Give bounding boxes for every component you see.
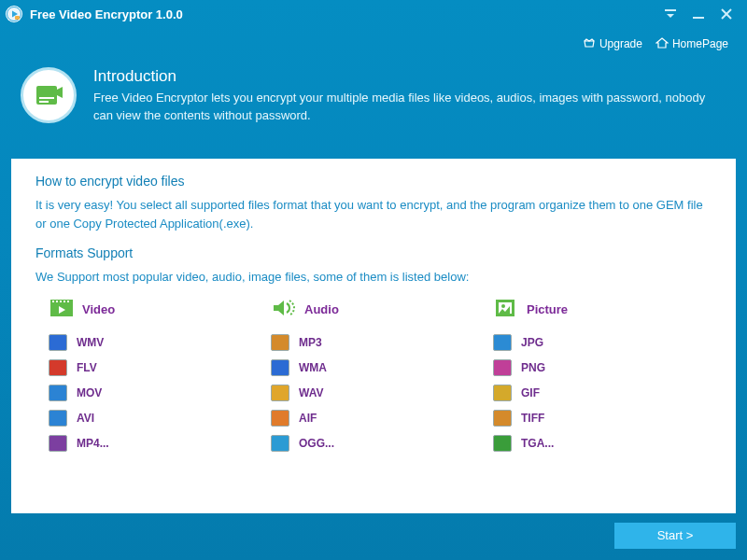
svg-rect-3	[665, 9, 676, 11]
format-item: MOV	[49, 385, 271, 401]
format-label: MOV	[77, 386, 102, 399]
how-body: It is very easy! You select all supporte…	[35, 196, 715, 232]
format-item: WMV	[49, 334, 271, 351]
format-item: GIF	[493, 385, 715, 401]
format-label: PNG	[521, 361, 545, 374]
format-label: TIFF	[521, 412, 544, 425]
svg-rect-16	[56, 301, 58, 302]
upgrade-label: Upgrade	[599, 37, 642, 50]
file-type-icon	[493, 385, 512, 401]
file-type-icon	[49, 435, 67, 452]
svg-rect-5	[693, 17, 704, 19]
picture-col-label: Picture	[527, 302, 568, 316]
file-type-icon	[49, 359, 67, 376]
start-button[interactable]: Start >	[614, 523, 736, 549]
svg-rect-2	[15, 16, 20, 20]
svg-point-24	[501, 304, 505, 308]
format-item: MP4...	[49, 435, 271, 452]
svg-rect-17	[60, 301, 62, 302]
file-type-icon	[493, 334, 512, 351]
formats-col-picture: Picture JPGPNGGIFTIFFTGA...	[493, 298, 715, 460]
video-icon	[49, 298, 75, 321]
format-item: AIF	[271, 410, 493, 427]
homepage-link[interactable]: HomePage	[655, 36, 728, 52]
file-type-icon	[271, 385, 289, 401]
format-label: GIF	[521, 386, 540, 399]
format-label: OGG...	[299, 437, 334, 450]
format-item: MP3	[271, 334, 493, 351]
formats-grid: Video WMVFLVMOVAVIMP4... Audio MP3WMAWAV…	[35, 298, 715, 460]
format-label: MP3	[299, 336, 322, 349]
close-icon[interactable]	[719, 7, 734, 21]
format-label: AIF	[299, 412, 317, 425]
svg-marker-21	[274, 301, 284, 315]
title-bar: Free Video Encryptor 1.0.0	[0, 0, 747, 28]
formats-col-audio: Audio MP3WMAWAVAIFOGG...	[271, 298, 493, 460]
file-type-icon	[493, 410, 512, 427]
file-type-icon	[493, 435, 512, 452]
formats-col-video: Video WMVFLVMOVAVIMP4...	[49, 298, 271, 460]
format-label: TGA...	[521, 437, 554, 450]
format-label: FLV	[77, 361, 97, 374]
upgrade-icon	[583, 36, 596, 52]
picture-icon	[493, 298, 519, 321]
file-type-icon	[271, 410, 289, 427]
svg-marker-8	[656, 38, 668, 48]
format-label: JPG	[521, 336, 543, 349]
audio-col-label: Audio	[304, 302, 339, 316]
format-item: WMA	[271, 359, 493, 376]
minimize-icon[interactable]	[691, 7, 706, 21]
homepage-label: HomePage	[672, 37, 728, 50]
intro-badge-icon	[21, 67, 77, 123]
format-label: AVI	[77, 412, 94, 425]
format-item: FLV	[49, 359, 271, 376]
file-type-icon	[271, 334, 289, 351]
svg-rect-10	[39, 97, 54, 99]
format-item: TIFF	[493, 410, 715, 427]
intro-section: Introduction Free Video Encryptor lets y…	[0, 60, 747, 142]
audio-icon	[271, 298, 297, 321]
format-label: MP4...	[77, 437, 109, 450]
format-label: WAV	[299, 386, 323, 399]
file-type-icon	[49, 410, 67, 427]
main-panel: How to encrypt video files It is very ea…	[11, 159, 736, 513]
svg-marker-12	[57, 87, 63, 98]
format-item: JPG	[493, 334, 715, 351]
bottom-bar: Start >	[0, 513, 747, 560]
file-type-icon	[49, 334, 67, 351]
format-item: AVI	[49, 410, 271, 427]
format-label: WMV	[77, 336, 104, 349]
app-logo-icon	[6, 6, 22, 22]
svg-rect-15	[52, 301, 54, 302]
svg-rect-19	[67, 301, 69, 302]
intro-text: Introduction Free Video Encryptor lets y…	[93, 67, 723, 125]
window-controls	[663, 7, 741, 21]
file-type-icon	[271, 359, 289, 376]
home-icon	[655, 36, 669, 52]
app-title: Free Video Encryptor 1.0.0	[30, 7, 183, 21]
format-label: WMA	[299, 361, 327, 374]
app-window: Free Video Encryptor 1.0.0 Upgrade HomeP…	[0, 0, 747, 560]
file-type-icon	[49, 385, 67, 401]
dropdown-icon[interactable]	[663, 7, 678, 21]
file-type-icon	[493, 359, 512, 376]
file-type-icon	[271, 435, 289, 452]
svg-rect-11	[39, 101, 49, 103]
format-item: TGA...	[493, 435, 715, 452]
upgrade-link[interactable]: Upgrade	[583, 36, 642, 52]
format-item: OGG...	[271, 435, 493, 452]
formats-heading: Formats Support	[35, 245, 715, 260]
formats-body: We Support most popular video, audio, im…	[35, 268, 715, 287]
format-item: PNG	[493, 359, 715, 376]
format-item: WAV	[271, 385, 493, 401]
video-col-label: Video	[82, 302, 115, 316]
svg-marker-4	[667, 14, 674, 18]
top-links: Upgrade HomePage	[0, 28, 747, 60]
svg-rect-18	[63, 301, 65, 302]
intro-heading: Introduction	[93, 67, 723, 86]
how-heading: How to encrypt video files	[35, 174, 715, 189]
intro-body: Free Video Encryptor lets you encrypt yo…	[93, 90, 723, 125]
